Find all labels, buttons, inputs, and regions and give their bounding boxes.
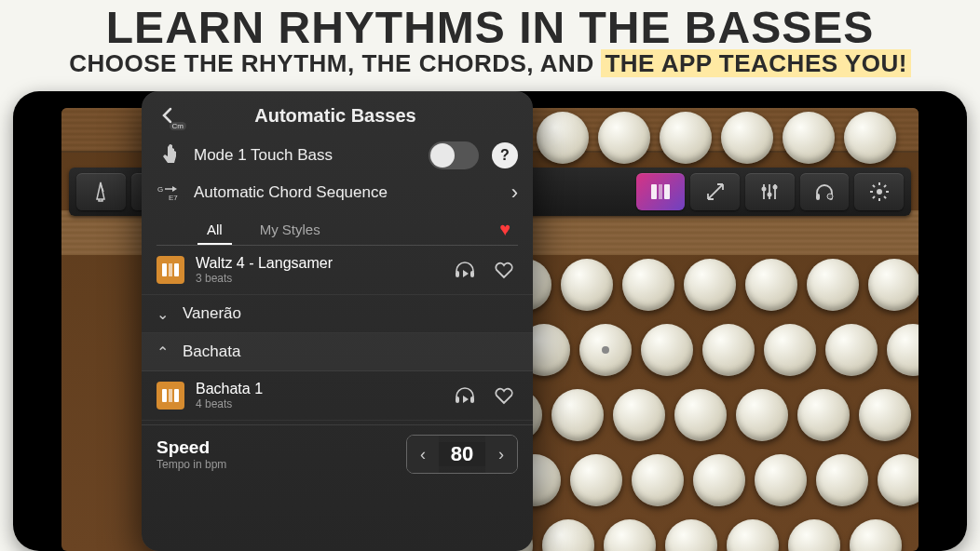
svg-rect-27 <box>174 389 179 402</box>
bass-button[interactable] <box>561 259 613 311</box>
bass-button[interactable] <box>807 259 859 311</box>
accordion-icon <box>157 382 184 410</box>
headphones-button[interactable] <box>800 173 850 210</box>
bass-button[interactable] <box>542 519 594 551</box>
chord-seq-icon: GE7 <box>157 184 181 201</box>
style-item[interactable]: Waltz 4 - Langsamer 3 beats <box>142 246 533 295</box>
bass-button[interactable] <box>693 454 745 506</box>
bass-button[interactable] <box>868 259 919 311</box>
bass-button[interactable] <box>736 389 788 441</box>
svg-point-15 <box>877 189 882 195</box>
svg-rect-29 <box>470 396 474 403</box>
speed-row: Speed Tempo in bpm ‹ 80 › <box>142 424 533 483</box>
svg-point-14 <box>827 194 833 199</box>
style-item[interactable]: Bachata 1 4 beats <box>142 371 533 421</box>
group-name: Vanerão <box>183 304 241 323</box>
svg-rect-21 <box>174 263 179 276</box>
bass-button[interactable] <box>764 324 816 376</box>
bass-button[interactable] <box>641 324 693 376</box>
bass-button[interactable] <box>850 519 902 551</box>
tempo-decrease-button[interactable]: ‹ <box>407 436 439 473</box>
favorites-filter[interactable]: ♥ <box>499 219 510 240</box>
bass-button[interactable] <box>745 259 797 311</box>
style-name: Bachata 1 <box>196 381 440 397</box>
svg-rect-5 <box>664 184 670 199</box>
back-button[interactable]: Cm <box>153 101 183 130</box>
preview-button[interactable] <box>451 382 479 410</box>
mixer-button[interactable] <box>745 173 795 210</box>
bass-button[interactable] <box>674 389 727 441</box>
tab-my-styles[interactable]: My Styles <box>251 216 330 243</box>
preview-button[interactable] <box>451 256 479 284</box>
bass-button[interactable] <box>887 324 919 376</box>
settings-button[interactable] <box>854 173 904 210</box>
bass-button[interactable] <box>844 112 896 164</box>
svg-rect-4 <box>659 184 662 199</box>
bass-button[interactable] <box>727 519 779 551</box>
chevron-right-icon: › <box>511 181 518 205</box>
bass-button[interactable] <box>632 454 684 506</box>
group-vanerao[interactable]: ⌄ Vanerão <box>142 295 533 333</box>
tempo-increase-button[interactable]: › <box>485 436 517 473</box>
metronome-button[interactable] <box>76 173 126 210</box>
chevron-up-icon: ⌃ <box>157 343 173 361</box>
svg-rect-20 <box>169 263 172 276</box>
svg-marker-30 <box>463 396 469 403</box>
bass-button[interactable] <box>622 259 674 311</box>
svg-point-9 <box>768 193 772 197</box>
favorite-button[interactable] <box>490 382 518 410</box>
bass-button[interactable] <box>825 324 878 376</box>
bass-button[interactable] <box>551 389 604 441</box>
favorite-button[interactable] <box>490 256 518 284</box>
style-info: Waltz 4 - Langsamer 3 beats <box>196 255 440 285</box>
bass-button[interactable] <box>878 454 919 506</box>
mode1-label: Mode 1 Touch Bass <box>194 146 415 165</box>
hero-subtitle: CHOOSE THE RHYTHM, THE CHORDS, AND THE A… <box>0 49 980 78</box>
bass-button[interactable] <box>598 112 650 164</box>
bass-button[interactable] <box>859 389 911 441</box>
tempo-value[interactable]: 80 <box>439 442 485 466</box>
svg-text:G: G <box>157 185 163 194</box>
svg-text:E7: E7 <box>169 194 178 201</box>
svg-rect-12 <box>816 194 820 200</box>
svg-rect-23 <box>470 271 474 277</box>
style-tabs: All My Styles ♥ <box>142 210 533 243</box>
bass-button[interactable] <box>788 519 840 551</box>
bass-button[interactable] <box>537 112 589 164</box>
bass-button[interactable] <box>579 324 632 376</box>
help-button[interactable]: ? <box>492 142 518 168</box>
svg-rect-26 <box>169 389 172 402</box>
bass-button[interactable] <box>721 112 773 164</box>
bass-button[interactable] <box>816 454 868 506</box>
bass-button[interactable] <box>660 112 712 164</box>
svg-point-11 <box>773 185 778 190</box>
bass-button[interactable] <box>797 389 850 441</box>
chord-seq-label: Automatic Chord Sequence <box>194 183 498 202</box>
automatic-basses-panel: Cm Automatic Basses Mode 1 Touch Bass ? … <box>142 91 533 551</box>
hero-title: LEARN RHYTHMS IN THE BASSES <box>0 0 980 53</box>
bass-button[interactable] <box>702 324 755 376</box>
group-bachata[interactable]: ⌃ Bachata <box>142 333 533 371</box>
bass-button[interactable] <box>613 389 665 441</box>
mode1-toggle[interactable] <box>429 141 479 169</box>
bass-button[interactable] <box>755 454 807 506</box>
accordion-icon <box>157 256 184 284</box>
bass-button[interactable] <box>783 112 835 164</box>
bass-button[interactable] <box>684 259 736 311</box>
device-frame: AUTO <box>13 91 967 551</box>
tempo-stepper: ‹ 80 › <box>406 435 518 474</box>
style-name: Waltz 4 - Langsamer <box>196 255 440 272</box>
bass-button[interactable] <box>604 519 656 551</box>
bass-button[interactable] <box>570 454 622 506</box>
svg-rect-19 <box>162 263 167 276</box>
accordion-view-button[interactable] <box>636 173 686 210</box>
bass-button[interactable] <box>665 519 717 551</box>
style-beats: 4 beats <box>196 397 440 410</box>
touch-icon <box>157 144 181 167</box>
chevron-down-icon: ⌄ <box>157 305 173 323</box>
chord-seq-row[interactable]: GE7 Automatic Chord Sequence › <box>142 175 533 210</box>
svg-rect-3 <box>651 184 657 199</box>
panel-title: Automatic Basses <box>183 105 488 127</box>
tab-all[interactable]: All <box>197 216 232 243</box>
resize-button[interactable] <box>690 173 740 210</box>
